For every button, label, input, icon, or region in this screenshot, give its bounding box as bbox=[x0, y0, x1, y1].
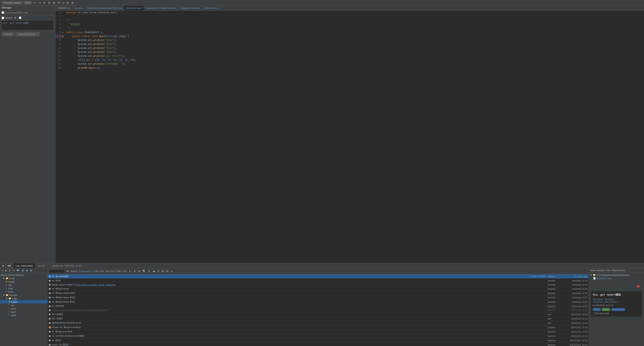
tree-dev-local[interactable]: ⊢ dev ↑ bbox=[0, 283, 47, 287]
log-row-1[interactable]: fix: git revert测试 🏷 origin & master fanz… bbox=[48, 274, 588, 279]
log-row-6[interactable]: fix: 测试git rebase 变动2 fanzhen Yesterday … bbox=[48, 295, 588, 300]
tree-test5-local[interactable]: ⊢ test5 bbox=[0, 290, 47, 293]
log-push-icon[interactable]: ⬆ bbox=[138, 269, 141, 273]
code-line-3: 3 /** bbox=[56, 18, 644, 22]
dropdown-icon[interactable]: ▾ bbox=[82, 265, 83, 267]
log-paths-filter[interactable]: Paths: All ▾ bbox=[116, 270, 127, 272]
tree-origin-test3[interactable]: ⊢ test3 bbox=[0, 310, 47, 314]
log-row-3[interactable]: Merge branch 'master' of https://gitee.c… bbox=[48, 283, 588, 287]
eye-icon[interactable]: 👁 bbox=[57, 1, 61, 4]
tab-repository-dir[interactable]: Repository Dir: BubbleSort.java bbox=[144, 5, 178, 10]
fetch-icon[interactable]: ⬇ bbox=[47, 1, 51, 4]
log-menu-icon[interactable]: ≡ bbox=[170, 269, 173, 273]
log-row-7[interactable]: fix: 测试git rebase 变动1 fanzhen Yesterday … bbox=[48, 300, 588, 304]
log-undo-icon[interactable]: ↺ bbox=[156, 269, 160, 273]
log-row-15[interactable]: fix: 2024年01月20日21:53:00测试 fanzhen 2024/… bbox=[48, 334, 588, 338]
log-date-7: Yesterday 22:56 bbox=[562, 301, 587, 303]
tree-local-section[interactable]: ▼ 📁 Local bbox=[0, 277, 47, 280]
tab-readme[interactable]: README.md bbox=[56, 5, 72, 10]
refresh-icon[interactable]: ⟳ bbox=[42, 1, 46, 4]
commit-message-input[interactable]: fix: git revert测试 bbox=[2, 20, 54, 30]
tree-origin-test2[interactable]: ⊢ test2 bbox=[0, 307, 47, 310]
tab-selectionsort[interactable]: SelectionSort... bbox=[202, 5, 221, 10]
tab-log[interactable]: Log: origin/master bbox=[14, 263, 35, 268]
commit-to-master-btn[interactable]: Commit to master bbox=[2, 1, 22, 4]
tab-swagger[interactable]: SwaggerConfig.java bbox=[178, 5, 202, 10]
tree-origin-section[interactable]: ▼ 📁 origin bbox=[0, 297, 47, 300]
log-search-input[interactable] bbox=[49, 269, 64, 273]
log-row-9[interactable]: Merge remote-tracking branch 'refs/remot… bbox=[48, 309, 588, 312]
log-date-filter[interactable]: Date: All ▾ bbox=[105, 270, 115, 272]
log-row-4[interactable]: fix: 测试git rebase fanzhen Yesterday 22:5… bbox=[48, 287, 588, 291]
log-row-17[interactable]: revert: "fix: 测试2" fanzhen 2023/12/24, 1… bbox=[48, 343, 588, 346]
tree-origin-test5[interactable]: ⊢ test5 bbox=[0, 314, 47, 317]
redo-icon[interactable]: ↪ bbox=[38, 1, 42, 4]
detail-src-path[interactable]: ▼ 📁 src/main/java/cn/tedu/straw/resour bbox=[590, 273, 643, 277]
tab-straw-tests[interactable]: StrawResourceApplicationTests.java bbox=[85, 5, 124, 10]
unversioned-checkbox[interactable] bbox=[2, 11, 4, 14]
tree-master-local[interactable]: ★ master bbox=[0, 280, 47, 283]
amend-clock-icon[interactable]: 🕐 bbox=[18, 16, 22, 19]
log-message-6: fix: 测试git rebase 变动2 bbox=[52, 296, 548, 299]
log-row-16[interactable]: fix: 测试3 fanzhen 2023/12/24, 18:26 bbox=[48, 338, 588, 343]
add-icon[interactable]: + bbox=[1, 269, 4, 272]
fetch-icon2[interactable]: ⬇ bbox=[4, 269, 8, 272]
log-user-filter[interactable]: User: All ▾ bbox=[94, 270, 104, 272]
log-row-5[interactable]: fix: 测试git rebase 变动3 fanzhen Yesterday … bbox=[48, 291, 588, 295]
search2-icon[interactable]: 🔍 bbox=[16, 269, 20, 272]
tree-item-head[interactable]: HEAD (Current Branch) bbox=[0, 273, 47, 277]
undo-icon[interactable]: ↩ bbox=[33, 1, 37, 4]
tree-origin-dev[interactable]: ⊢ dev bbox=[0, 304, 47, 307]
tree-test2-local[interactable]: ⊢ test2 bbox=[0, 287, 47, 290]
commit-button[interactable]: Commit bbox=[2, 32, 14, 36]
log-filter-icon[interactable]: ⊟ bbox=[166, 269, 169, 273]
gear3-icon[interactable]: ⚙ bbox=[29, 269, 33, 272]
log-row-12[interactable]: 测试2024年01月20日23:31:54 fan* 2024/1/20, 23… bbox=[48, 321, 588, 325]
sort-icon[interactable]: ⇅ bbox=[66, 1, 70, 4]
gear2-icon[interactable]: ⚙ bbox=[71, 1, 74, 4]
log-row-14[interactable]: fix: 测试git revert命令 fanzhen 2024/1/20, 2… bbox=[48, 330, 588, 334]
log-back-icon[interactable]: ◀ bbox=[152, 269, 155, 273]
update-info-text: Update Info: 2024/3/12, 21:30 bbox=[52, 265, 81, 267]
tree-remote-section[interactable]: ▼ 📁 Remote bbox=[0, 293, 47, 297]
settings2-icon[interactable]: ⚙ bbox=[21, 269, 24, 272]
log-fetch-icon[interactable]: ⬇ bbox=[133, 269, 136, 273]
star2-icon[interactable]: ★ bbox=[25, 269, 29, 272]
update-close[interactable]: ✕ bbox=[84, 265, 86, 267]
detail-header: straw-resource 1 file ~/Documents/s bbox=[589, 268, 644, 272]
merge-icon[interactable]: ⤲ bbox=[12, 269, 16, 272]
log-dot-16 bbox=[49, 340, 51, 342]
log-row-2[interactable]: fix: 变动4 fanzhen Yesterday 23:35 bbox=[48, 279, 588, 283]
console-close[interactable]: ✕ bbox=[46, 265, 48, 267]
amend-checkbox[interactable] bbox=[2, 17, 4, 19]
grid-icon[interactable]: ⊞ bbox=[52, 1, 56, 4]
log-row-11[interactable]: 第二次测试 fan* 2024/1/20, 23:34 bbox=[48, 317, 588, 321]
log-settings-icon[interactable]: ⚙ bbox=[66, 269, 69, 273]
log-expand-icon[interactable]: ⊞ bbox=[161, 269, 164, 273]
log-branch-value[interactable]: origin/master bbox=[78, 270, 91, 272]
log-row-13[interactable]: Revert "fix: 测试git revert命令" fanzhen 202… bbox=[48, 325, 588, 330]
unversioned-files-item[interactable]: Unversioned Files 1 file bbox=[2, 11, 54, 14]
log-dot-2 bbox=[49, 280, 51, 282]
commit-push-button[interactable]: Commit and Push... bbox=[16, 32, 40, 36]
log-row-8[interactable]: fix: 排序代码 fanzhen Yesterday 22:54 bbox=[48, 304, 588, 309]
tab-update-info[interactable]: Update Info: 2024/3/12, 21:30 ▾ ✕ bbox=[50, 263, 88, 268]
log-row-10[interactable]: 第三次测试 fan* 2024/1/20, 23:36 bbox=[48, 312, 588, 317]
tab-test-java[interactable]: test.java bbox=[72, 5, 85, 10]
log-branch-icon[interactable]: ⇅ bbox=[148, 269, 151, 273]
detail-file-item[interactable]: 📄 BubbleSort.java bbox=[590, 277, 643, 280]
tab-bubblesort[interactable]: BubbleSort.java bbox=[124, 5, 144, 10]
log-refresh-icon[interactable]: ↻ bbox=[128, 269, 132, 273]
tab-console[interactable]: Console ✕ bbox=[35, 263, 50, 268]
amend-settings-icon[interactable]: ⚙ bbox=[14, 16, 17, 19]
remote-folder-icon: 📁 bbox=[6, 294, 8, 296]
red-arrow-container: ➔ bbox=[589, 283, 644, 289]
list-icon[interactable]: ≡ bbox=[62, 1, 65, 4]
shell-btn[interactable]: Shell bbox=[24, 1, 32, 4]
merge-link[interactable]: https://gitee.com/Blue_Pepsi_Cola/straw bbox=[76, 284, 116, 286]
log-zoom-icon[interactable]: 🔍 bbox=[142, 269, 146, 273]
bottom-tab-prev[interactable]: ◀ bbox=[0, 263, 6, 268]
log-date-12: 2024/1/20, 23:32 bbox=[562, 322, 587, 324]
tree-origin-master[interactable]: ★ master bbox=[0, 300, 47, 304]
push-icon[interactable]: ⬆ bbox=[8, 269, 12, 272]
